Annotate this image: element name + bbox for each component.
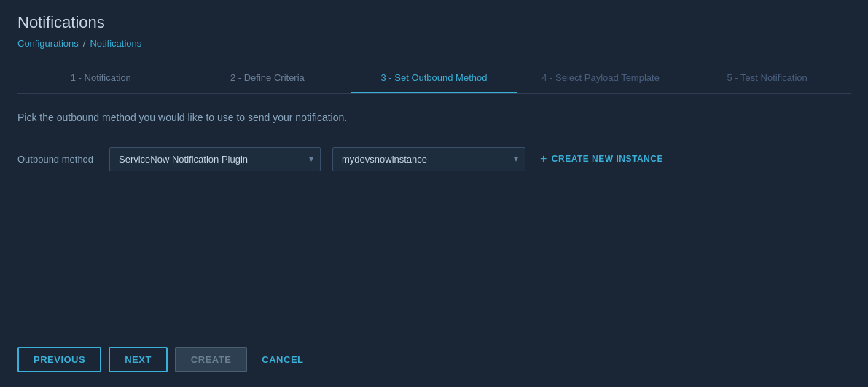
breadcrumb-configurations[interactable]: Configurations: [17, 38, 79, 49]
instance-select-wrapper: mydevsnowinstance ▾: [332, 147, 525, 171]
tabs-container: 1 - Notification 2 - Define Criteria 3 -…: [17, 63, 851, 94]
breadcrumb-notifications[interactable]: Notifications: [90, 38, 141, 49]
cancel-button[interactable]: CANCEL: [254, 348, 310, 371]
outbound-method-label: Outbound method: [17, 154, 98, 165]
description-text: Pick the outbound method you would like …: [17, 112, 851, 123]
tab-set-outbound-method[interactable]: 3 - Set Outbound Method: [351, 63, 517, 93]
page-container: Notifications Configurations / Notificat…: [0, 0, 868, 387]
content-area: Pick the outbound method you would like …: [17, 94, 851, 335]
previous-button[interactable]: PREVIOUS: [17, 347, 101, 372]
plugin-select[interactable]: ServiceNow Notification Plugin: [109, 147, 321, 171]
plugin-select-wrapper: ServiceNow Notification Plugin ▾: [109, 147, 321, 171]
breadcrumb: Configurations / Notifications: [17, 38, 851, 49]
tab-select-payload-template: 4 - Select Payload Template: [517, 63, 684, 93]
breadcrumb-separator: /: [83, 38, 86, 49]
footer: PREVIOUS NEXT CREATE CANCEL: [17, 335, 851, 387]
tab-define-criteria[interactable]: 2 - Define Criteria: [184, 63, 351, 93]
tab-notification[interactable]: 1 - Notification: [17, 63, 184, 93]
create-instance-label: CREATE NEW INSTANCE: [552, 154, 663, 164]
tab-test-notification: 5 - Test Notification: [684, 63, 851, 93]
outbound-method-row: Outbound method ServiceNow Notification …: [17, 146, 851, 171]
page-title: Notifications: [17, 13, 851, 32]
create-new-instance-button[interactable]: + CREATE NEW INSTANCE: [537, 146, 666, 171]
next-button[interactable]: NEXT: [109, 347, 168, 372]
plus-icon: +: [540, 152, 547, 165]
create-button: CREATE: [175, 347, 247, 372]
instance-select[interactable]: mydevsnowinstance: [332, 147, 525, 171]
